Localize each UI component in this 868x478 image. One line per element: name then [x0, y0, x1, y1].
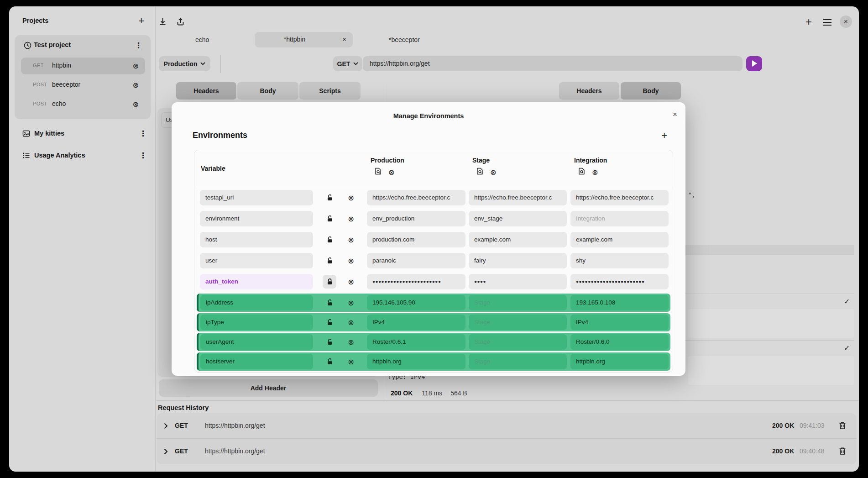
stage-value-input[interactable]: Stage	[469, 354, 567, 369]
kebab-menu-icon[interactable]: ⋮	[139, 129, 147, 138]
lock-open-icon[interactable]	[325, 338, 334, 346]
lock-open-icon[interactable]	[325, 299, 334, 306]
production-value-input[interactable]: https://echo.free.beeceptor.c	[367, 190, 465, 205]
lock-open-icon[interactable]	[325, 215, 334, 222]
file-search-icon[interactable]	[375, 168, 382, 177]
delete-variable-icon[interactable]: ⊗	[346, 194, 356, 202]
delete-variable-icon[interactable]: ⊗	[346, 338, 356, 347]
delete-variable-icon[interactable]: ⊗	[346, 299, 356, 307]
import-icon[interactable]	[158, 17, 167, 28]
file-search-icon[interactable]	[476, 168, 483, 177]
integration-value-input[interactable]: httpbin.org	[570, 354, 669, 369]
stage-value-input[interactable]: fairy	[469, 253, 567, 268]
add-header-button[interactable]: Add Header	[159, 379, 378, 397]
delete-variable-icon[interactable]: ⊗	[346, 215, 356, 223]
variable-name-input[interactable]: environment	[200, 211, 313, 226]
tab-response-body[interactable]: Body	[621, 82, 681, 100]
method-selector[interactable]: GET	[333, 56, 362, 71]
tab-request-scripts[interactable]: Scripts	[299, 82, 361, 100]
production-value-input[interactable]: ●●●●●●●●●●●●●●●●●●●●●●●	[367, 274, 465, 289]
delete-variable-icon[interactable]: ⊗	[346, 357, 356, 366]
trash-icon[interactable]	[839, 447, 846, 457]
remove-request-icon[interactable]: ⊗	[133, 62, 139, 70]
clear-environment-icon[interactable]: ⊗	[592, 168, 598, 177]
variable-name-input[interactable]: userAgent	[200, 334, 313, 350]
tab-response-headers[interactable]: Headers	[559, 82, 619, 100]
lock-open-icon[interactable]	[325, 257, 334, 264]
delete-variable-icon[interactable]: ⊗	[346, 236, 356, 244]
production-value-input[interactable]: production.com	[367, 232, 465, 247]
production-value-input[interactable]: IPv4	[367, 315, 465, 330]
tab-beeceptor[interactable]: *beeceptor	[389, 36, 420, 43]
sidebar-item-my-kitties[interactable]: My kitties ⋮	[9, 128, 155, 142]
environment-selector[interactable]: Production	[159, 56, 210, 71]
stage-value-input[interactable]: example.com	[469, 232, 567, 247]
tab-echo[interactable]: echo	[195, 36, 209, 43]
integration-value-input[interactable]: Integration	[570, 211, 669, 226]
production-value-input[interactable]: paranoic	[367, 253, 465, 268]
production-value-input[interactable]: 195.146.105.90	[367, 295, 465, 310]
tab-request-headers[interactable]: Headers	[176, 82, 236, 100]
delete-variable-icon[interactable]: ⊗	[346, 318, 356, 327]
trash-icon[interactable]	[839, 421, 846, 431]
add-environment-button[interactable]: +	[661, 131, 667, 141]
tab-close-icon[interactable]: ×	[342, 35, 346, 43]
hamburger-menu-icon[interactable]	[822, 19, 832, 28]
tab-request-body[interactable]: Body	[237, 82, 298, 100]
clear-environment-icon[interactable]: ⊗	[490, 168, 496, 177]
stage-value-input[interactable]: https://echo.free.beeceptor.c	[469, 190, 567, 205]
kebab-menu-icon[interactable]: ⋮	[139, 151, 147, 160]
integration-value-input[interactable]: https://echo.free.beeceptor.c	[570, 190, 669, 205]
expand-chevron-icon[interactable]	[164, 448, 168, 457]
integration-value-input[interactable]: shy	[570, 253, 669, 268]
integration-value-input[interactable]: Roster/0.6.0	[570, 334, 669, 350]
lock-open-icon[interactable]	[325, 236, 334, 243]
history-row[interactable]: GET https://httpbin.org/get 200 OK 09:41…	[157, 413, 857, 438]
sidebar-item-beeceptor[interactable]: POST beeceptor ⊗	[21, 77, 145, 94]
variable-name-input[interactable]: ipType	[200, 315, 313, 330]
production-value-input[interactable]: env_production	[367, 211, 465, 226]
production-value-input[interactable]: Roster/0.6.1	[367, 334, 465, 350]
variable-name-input[interactable]: auth_token	[200, 274, 313, 289]
integration-value-input[interactable]: IPv4	[570, 315, 669, 330]
stage-value-input[interactable]: Stage	[469, 295, 567, 310]
export-icon[interactable]	[176, 17, 185, 28]
new-tab-button[interactable]: +	[805, 16, 812, 28]
tab-httpbin[interactable]: *httpbin ×	[255, 32, 353, 47]
add-project-button[interactable]: +	[138, 15, 144, 27]
integration-value-input[interactable]: example.com	[570, 232, 669, 247]
variable-name-input[interactable]: host	[200, 232, 313, 247]
stage-value-input[interactable]: Stage	[469, 334, 567, 350]
delete-variable-icon[interactable]: ⊗	[346, 257, 356, 265]
integration-value-input[interactable]: ●●●●●●●●●●●●●●●●●●●●●●●	[570, 274, 669, 289]
modal-close-icon[interactable]: ×	[673, 110, 677, 119]
clear-environment-icon[interactable]: ⊗	[388, 168, 394, 177]
history-row[interactable]: GET https://httpbin.org/get 200 OK 09:40…	[157, 439, 857, 464]
project-name[interactable]: Test project	[34, 41, 71, 48]
stage-value-input[interactable]: Stage	[469, 315, 567, 330]
send-request-button[interactable]	[746, 56, 762, 71]
lock-open-icon[interactable]	[325, 194, 334, 201]
stage-value-input[interactable]: ●●●●	[469, 274, 567, 289]
variable-name-input[interactable]: user	[200, 253, 313, 268]
variable-name-input[interactable]: testapi_url	[200, 190, 313, 205]
production-value-input[interactable]: httpbin.org	[367, 354, 465, 369]
url-input[interactable]: https://httpbin.org/get	[363, 56, 743, 71]
lock-open-icon[interactable]	[325, 319, 334, 326]
variable-name-input[interactable]: ipAddress	[200, 295, 313, 310]
expand-chevron-icon[interactable]	[164, 423, 168, 431]
file-search-icon[interactable]	[578, 168, 585, 177]
integration-value-input[interactable]: 193.165.0.108	[570, 295, 669, 310]
delete-variable-icon[interactable]: ⊗	[346, 278, 356, 286]
window-close-button[interactable]: ×	[840, 16, 852, 28]
stage-value-input[interactable]: env_stage	[469, 211, 567, 226]
remove-request-icon[interactable]: ⊗	[133, 100, 139, 109]
sidebar-item-usage-analytics[interactable]: Usage Analytics ⋮	[9, 150, 155, 164]
sidebar-item-httpbin[interactable]: GET httpbin ⊗	[21, 58, 145, 74]
project-menu-icon[interactable]: ⋮	[135, 41, 142, 50]
lock-open-icon[interactable]	[325, 358, 334, 365]
variable-name-input[interactable]: hostserver	[200, 354, 313, 369]
lock-closed-icon[interactable]	[323, 275, 336, 289]
sidebar-item-echo[interactable]: POST echo ⊗	[21, 96, 145, 113]
remove-request-icon[interactable]: ⊗	[133, 81, 139, 89]
